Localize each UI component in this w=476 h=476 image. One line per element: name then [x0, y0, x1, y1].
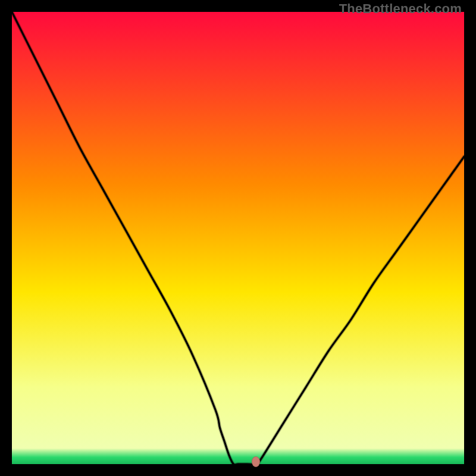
optimal-point-marker [252, 456, 260, 467]
plot-area [12, 12, 464, 464]
chart-stage: TheBottleneck.com [0, 0, 476, 476]
watermark-text: TheBottleneck.com [339, 1, 462, 17]
svg-rect-0 [12, 12, 464, 464]
gradient-background [12, 12, 464, 464]
